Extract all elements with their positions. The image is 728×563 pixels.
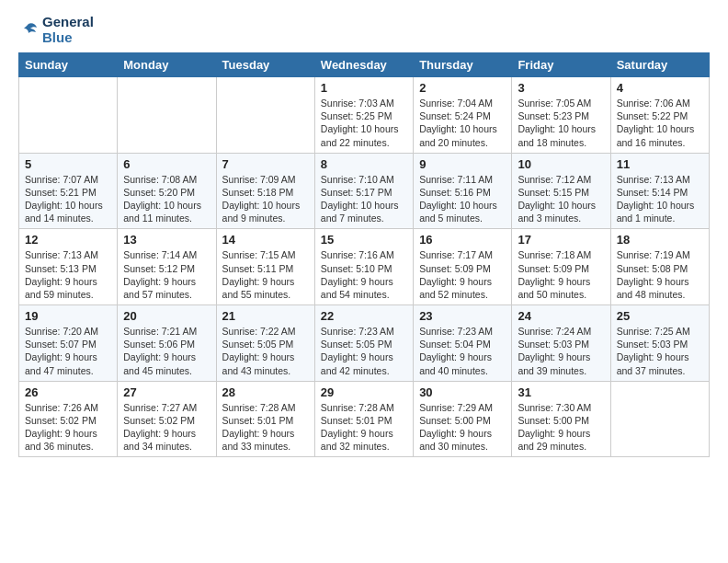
day-info: Sunrise: 7:29 AM Sunset: 5:00 PM Dayligh… xyxy=(419,401,506,454)
logo-bird-icon xyxy=(18,20,39,40)
day-info: Sunrise: 7:03 AM Sunset: 5:25 PM Dayligh… xyxy=(321,97,407,149)
day-info: Sunrise: 7:15 AM Sunset: 5:11 PM Dayligh… xyxy=(222,248,309,301)
calendar-week-2: 12Sunrise: 7:13 AM Sunset: 5:13 PM Dayli… xyxy=(19,229,710,305)
weekday-header-row: SundayMondayTuesdayWednesdayThursdayFrid… xyxy=(19,53,710,77)
day-number: 11 xyxy=(617,157,703,171)
calendar-cell: 18Sunrise: 7:19 AM Sunset: 5:08 PM Dayli… xyxy=(610,229,709,305)
calendar-cell: 24Sunrise: 7:24 AM Sunset: 5:03 PM Dayli… xyxy=(512,305,610,382)
day-number: 14 xyxy=(222,233,309,247)
day-info: Sunrise: 7:28 AM Sunset: 5:01 PM Dayligh… xyxy=(321,401,407,454)
day-number: 26 xyxy=(25,385,111,399)
weekday-header-monday: Monday xyxy=(118,53,216,77)
day-number: 4 xyxy=(617,81,703,95)
calendar-cell xyxy=(610,381,709,457)
day-number: 28 xyxy=(222,385,309,399)
logo: General Blue xyxy=(18,15,94,45)
calendar-week-3: 19Sunrise: 7:20 AM Sunset: 5:07 PM Dayli… xyxy=(19,305,710,382)
calendar-cell: 13Sunrise: 7:14 AM Sunset: 5:12 PM Dayli… xyxy=(118,229,216,305)
day-number: 13 xyxy=(123,233,210,247)
calendar-cell: 26Sunrise: 7:26 AM Sunset: 5:02 PM Dayli… xyxy=(19,381,118,457)
day-number: 20 xyxy=(123,309,210,323)
calendar-cell: 8Sunrise: 7:10 AM Sunset: 5:17 PM Daylig… xyxy=(314,153,413,229)
weekday-header-tuesday: Tuesday xyxy=(216,53,314,77)
calendar-cell: 3Sunrise: 7:05 AM Sunset: 5:23 PM Daylig… xyxy=(512,77,610,154)
calendar-cell: 30Sunrise: 7:29 AM Sunset: 5:00 PM Dayli… xyxy=(414,381,512,457)
calendar-cell: 11Sunrise: 7:13 AM Sunset: 5:14 PM Dayli… xyxy=(610,153,709,229)
calendar-cell: 2Sunrise: 7:04 AM Sunset: 5:24 PM Daylig… xyxy=(414,77,512,154)
day-info: Sunrise: 7:24 AM Sunset: 5:03 PM Dayligh… xyxy=(518,325,604,377)
day-info: Sunrise: 7:18 AM Sunset: 5:09 PM Dayligh… xyxy=(518,248,604,301)
calendar-body: 1Sunrise: 7:03 AM Sunset: 5:25 PM Daylig… xyxy=(19,77,710,457)
logo-text-blue: Blue xyxy=(42,30,94,46)
day-number: 15 xyxy=(321,233,407,247)
day-info: Sunrise: 7:27 AM Sunset: 5:02 PM Dayligh… xyxy=(123,401,210,454)
day-info: Sunrise: 7:22 AM Sunset: 5:05 PM Dayligh… xyxy=(222,325,309,377)
calendar-cell: 17Sunrise: 7:18 AM Sunset: 5:09 PM Dayli… xyxy=(512,229,610,305)
day-number: 23 xyxy=(419,309,506,323)
calendar-cell: 9Sunrise: 7:11 AM Sunset: 5:16 PM Daylig… xyxy=(414,153,512,229)
day-number: 16 xyxy=(419,233,506,247)
calendar-cell: 23Sunrise: 7:23 AM Sunset: 5:04 PM Dayli… xyxy=(414,305,512,382)
weekday-header-saturday: Saturday xyxy=(610,53,709,77)
day-number: 29 xyxy=(321,385,407,399)
day-number: 30 xyxy=(419,385,506,399)
day-number: 22 xyxy=(321,309,407,323)
day-info: Sunrise: 7:23 AM Sunset: 5:05 PM Dayligh… xyxy=(321,325,407,377)
day-number: 6 xyxy=(123,157,210,171)
day-info: Sunrise: 7:09 AM Sunset: 5:18 PM Dayligh… xyxy=(222,173,309,225)
day-info: Sunrise: 7:28 AM Sunset: 5:01 PM Dayligh… xyxy=(222,401,309,454)
logo-text-general: General xyxy=(42,15,94,30)
day-number: 24 xyxy=(518,309,604,323)
calendar-cell: 22Sunrise: 7:23 AM Sunset: 5:05 PM Dayli… xyxy=(314,305,413,382)
day-number: 2 xyxy=(419,81,506,95)
calendar-cell: 16Sunrise: 7:17 AM Sunset: 5:09 PM Dayli… xyxy=(414,229,512,305)
weekday-header-wednesday: Wednesday xyxy=(314,53,413,77)
calendar-cell: 15Sunrise: 7:16 AM Sunset: 5:10 PM Dayli… xyxy=(314,229,413,305)
day-number: 10 xyxy=(518,157,604,171)
calendar-cell: 1Sunrise: 7:03 AM Sunset: 5:25 PM Daylig… xyxy=(314,77,413,154)
day-number: 18 xyxy=(617,233,703,247)
day-number: 31 xyxy=(518,385,604,399)
day-info: Sunrise: 7:26 AM Sunset: 5:02 PM Dayligh… xyxy=(25,401,111,454)
calendar-cell: 21Sunrise: 7:22 AM Sunset: 5:05 PM Dayli… xyxy=(216,305,314,382)
calendar-week-0: 1Sunrise: 7:03 AM Sunset: 5:25 PM Daylig… xyxy=(19,77,710,154)
day-info: Sunrise: 7:05 AM Sunset: 5:23 PM Dayligh… xyxy=(518,97,604,149)
day-info: Sunrise: 7:06 AM Sunset: 5:22 PM Dayligh… xyxy=(617,97,703,149)
day-number: 17 xyxy=(518,233,604,247)
weekday-header-friday: Friday xyxy=(512,53,610,77)
calendar-cell: 10Sunrise: 7:12 AM Sunset: 5:15 PM Dayli… xyxy=(512,153,610,229)
calendar-header: SundayMondayTuesdayWednesdayThursdayFrid… xyxy=(19,53,710,77)
day-number: 25 xyxy=(617,309,703,323)
calendar-cell: 6Sunrise: 7:08 AM Sunset: 5:20 PM Daylig… xyxy=(118,153,216,229)
day-number: 21 xyxy=(222,309,309,323)
day-number: 3 xyxy=(518,81,604,95)
logo: General Blue xyxy=(18,15,94,45)
day-number: 12 xyxy=(25,233,111,247)
day-number: 5 xyxy=(25,157,111,171)
day-info: Sunrise: 7:30 AM Sunset: 5:00 PM Dayligh… xyxy=(518,401,604,454)
calendar-cell xyxy=(19,77,118,154)
day-info: Sunrise: 7:17 AM Sunset: 5:09 PM Dayligh… xyxy=(419,248,506,301)
calendar-week-4: 26Sunrise: 7:26 AM Sunset: 5:02 PM Dayli… xyxy=(19,381,710,457)
day-info: Sunrise: 7:12 AM Sunset: 5:15 PM Dayligh… xyxy=(518,173,604,225)
weekday-header-sunday: Sunday xyxy=(19,53,118,77)
day-info: Sunrise: 7:16 AM Sunset: 5:10 PM Dayligh… xyxy=(321,248,407,301)
calendar-cell: 4Sunrise: 7:06 AM Sunset: 5:22 PM Daylig… xyxy=(610,77,709,154)
day-info: Sunrise: 7:13 AM Sunset: 5:13 PM Dayligh… xyxy=(25,248,111,301)
calendar-cell: 25Sunrise: 7:25 AM Sunset: 5:03 PM Dayli… xyxy=(610,305,709,382)
day-info: Sunrise: 7:21 AM Sunset: 5:06 PM Dayligh… xyxy=(123,325,210,377)
day-info: Sunrise: 7:23 AM Sunset: 5:04 PM Dayligh… xyxy=(419,325,506,377)
day-info: Sunrise: 7:25 AM Sunset: 5:03 PM Dayligh… xyxy=(617,325,703,377)
calendar-cell: 29Sunrise: 7:28 AM Sunset: 5:01 PM Dayli… xyxy=(314,381,413,457)
day-number: 1 xyxy=(321,81,407,95)
calendar-cell: 14Sunrise: 7:15 AM Sunset: 5:11 PM Dayli… xyxy=(216,229,314,305)
calendar-cell: 12Sunrise: 7:13 AM Sunset: 5:13 PM Dayli… xyxy=(19,229,118,305)
day-info: Sunrise: 7:11 AM Sunset: 5:16 PM Dayligh… xyxy=(419,173,506,225)
day-number: 7 xyxy=(222,157,309,171)
calendar-cell: 19Sunrise: 7:20 AM Sunset: 5:07 PM Dayli… xyxy=(19,305,118,382)
day-number: 8 xyxy=(321,157,407,171)
day-info: Sunrise: 7:13 AM Sunset: 5:14 PM Dayligh… xyxy=(617,173,703,225)
day-number: 9 xyxy=(419,157,506,171)
day-number: 19 xyxy=(25,309,111,323)
day-info: Sunrise: 7:19 AM Sunset: 5:08 PM Dayligh… xyxy=(617,248,703,301)
